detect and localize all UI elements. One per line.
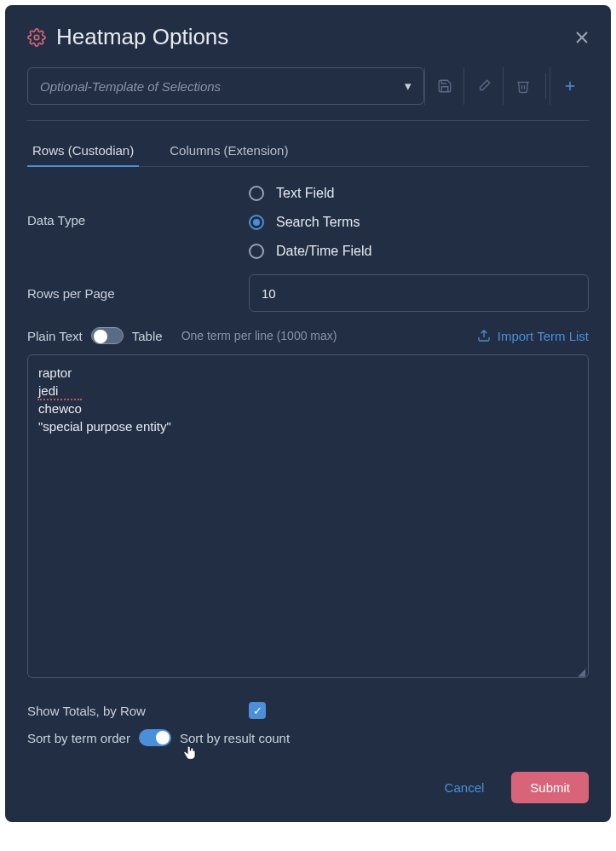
rows-per-page-label: Rows per Page xyxy=(27,274,249,312)
show-totals-label: Show Totals, by Row xyxy=(27,702,249,719)
text-mode-row: Plain Text Table One term per line (1000… xyxy=(27,327,589,344)
rows-per-page-row: Rows per Page xyxy=(27,274,589,312)
template-toolbar: Optional-Template of Selections ▾ xyxy=(27,67,589,105)
radio-text-field[interactable]: Text Field xyxy=(249,186,589,201)
svg-point-0 xyxy=(34,35,39,40)
radio-icon xyxy=(249,244,264,259)
cancel-button[interactable]: Cancel xyxy=(435,773,495,802)
show-totals-row: Show Totals, by Row ✓ xyxy=(27,702,589,719)
import-term-list-link[interactable]: Import Term List xyxy=(477,329,589,343)
cursor-hand-icon xyxy=(181,743,199,762)
tab-columns-label: Columns (Extension) xyxy=(170,143,288,158)
submit-button[interactable]: Submit xyxy=(511,772,589,803)
table-label: Table xyxy=(132,329,163,343)
tab-bar: Rows (Custodian) Columns (Extension) xyxy=(27,136,589,167)
radio-icon xyxy=(249,186,264,201)
tab-rows-label: Rows (Custodian) xyxy=(32,143,134,158)
radio-label: Date/Time Field xyxy=(276,244,371,259)
caret-down-icon: ▾ xyxy=(405,78,412,94)
terms-textarea[interactable] xyxy=(27,354,589,678)
section-divider xyxy=(27,120,589,121)
sort-term-order-label: Sort by term order xyxy=(27,731,130,745)
tab-rows[interactable]: Rows (Custodian) xyxy=(27,136,139,166)
radio-date-field[interactable]: Date/Time Field xyxy=(249,244,589,259)
datatype-radio-group: Text Field Search Terms Date/Time Field xyxy=(249,186,589,259)
add-template-button[interactable] xyxy=(550,67,589,105)
delete-template-button[interactable] xyxy=(503,67,542,105)
upload-icon xyxy=(477,329,491,342)
close-icon[interactable] xyxy=(575,31,589,44)
show-totals-checkbox[interactable]: ✓ xyxy=(249,702,266,719)
datatype-label: Data Type xyxy=(27,186,249,259)
gear-icon xyxy=(27,28,46,47)
text-mode-hint: One term per line (1000 max) xyxy=(181,329,337,342)
modal-title: Heatmap Options xyxy=(56,24,228,50)
tab-columns[interactable]: Columns (Extension) xyxy=(164,136,293,166)
save-template-button[interactable] xyxy=(424,67,463,105)
terms-wrap: ◢ xyxy=(27,354,589,681)
radio-icon xyxy=(249,215,264,230)
template-select[interactable]: Optional-Template of Selections ▾ xyxy=(27,67,424,105)
edit-template-button[interactable] xyxy=(463,67,503,105)
template-placeholder: Optional-Template of Selections xyxy=(40,79,221,94)
sort-result-count-label: Sort by result count xyxy=(180,731,290,745)
plain-text-label: Plain Text xyxy=(27,329,83,343)
radio-search-terms[interactable]: Search Terms xyxy=(249,215,589,230)
import-link-label: Import Term List xyxy=(498,329,589,343)
modal-footer: Cancel Submit xyxy=(27,772,589,803)
toolbar-divider xyxy=(545,73,546,99)
modal-header: Heatmap Options xyxy=(27,24,589,50)
heatmap-options-modal: Heatmap Options Optional-Template of Sel… xyxy=(5,5,611,822)
sort-toggle[interactable] xyxy=(139,729,171,746)
radio-label: Text Field xyxy=(276,186,334,201)
rows-per-page-input[interactable] xyxy=(249,274,589,312)
datatype-row: Data Type Text Field Search Terms Date/T… xyxy=(27,186,589,259)
radio-label: Search Terms xyxy=(276,215,360,230)
text-mode-toggle[interactable] xyxy=(91,327,124,344)
sort-row: Sort by term order Sort by result count xyxy=(27,729,589,746)
